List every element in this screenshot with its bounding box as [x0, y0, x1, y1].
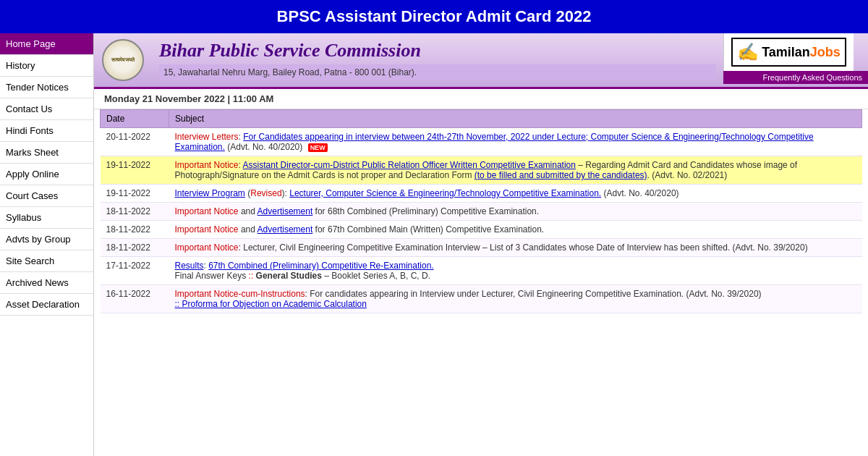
- sidebar-item-asset-declaration[interactable]: Asset Declaration: [0, 294, 93, 316]
- org-name: Bihar Public Service Commission: [159, 40, 716, 62]
- table-row: 19-11-2022Interview Program (Revised): L…: [101, 185, 862, 203]
- logo-area: सत्यमेव जयते: [94, 33, 152, 87]
- sidebar-item-apply-online[interactable]: Apply Online: [0, 164, 93, 185]
- news-subject[interactable]: Important Notice: Lecturer, Civil Engine…: [169, 239, 862, 257]
- news-date: 17-11-2022: [101, 257, 169, 285]
- faq-bar[interactable]: Frequently Asked Questions: [723, 71, 868, 84]
- sidebar-item-history[interactable]: History: [0, 55, 93, 77]
- news-subject[interactable]: Interview Program (Revised): Lecturer, C…: [169, 185, 862, 203]
- table-row: 17-11-2022Results: 67th Combined (Prelim…: [101, 257, 862, 285]
- date-bar: Monday 21 November 2022 | 11:00 AM: [94, 89, 868, 109]
- news-date: 18-11-2022: [101, 221, 169, 239]
- news-date: 16-11-2022: [101, 285, 169, 313]
- sidebar-item-hindi-fonts[interactable]: Hindi Fonts: [0, 120, 93, 142]
- news-subject[interactable]: Interview Letters: For Candidates appear…: [169, 128, 862, 156]
- news-date: 19-11-2022: [101, 156, 169, 185]
- tamilan-icon: ✍: [737, 42, 759, 62]
- sidebar-item-archived-news[interactable]: Archived News: [0, 272, 93, 294]
- news-date: 20-11-2022: [101, 128, 169, 156]
- sidebar-item-home-page[interactable]: Home Page: [0, 33, 93, 55]
- news-date: 19-11-2022: [101, 185, 169, 203]
- news-table-container: Date Subject 20-11-2022Interview Letters…: [94, 109, 868, 456]
- table-row: 19-11-2022Important Notice: Assistant Di…: [101, 156, 862, 185]
- table-row: 16-11-2022Important Notice-cum-Instructi…: [101, 285, 862, 313]
- news-subject[interactable]: Important Notice-cum-Instructions: For c…: [169, 285, 862, 313]
- news-subject[interactable]: Results: 67th Combined (Preliminary) Com…: [169, 257, 862, 285]
- sidebar-item-advts-by-group[interactable]: Advts by Group: [0, 229, 93, 250]
- table-row: 20-11-2022Interview Letters: For Candida…: [101, 128, 862, 156]
- org-address: 15, Jawaharlal Nehru Marg, Bailey Road, …: [159, 64, 716, 80]
- table-row: 18-11-2022Important Notice and Advertise…: [101, 221, 862, 239]
- news-date: 18-11-2022: [101, 203, 169, 221]
- news-subject[interactable]: Important Notice: Assistant Director-cum…: [169, 156, 862, 185]
- col-header-date: Date: [101, 110, 169, 128]
- sidebar-item-syllabus[interactable]: Syllabus: [0, 207, 93, 229]
- tamilan-logo: ✍ TamilanJobs: [723, 33, 854, 71]
- emblem: सत्यमेव जयते: [102, 39, 144, 81]
- bpsc-title-area: Bihar Public Service Commission 15, Jawa…: [152, 33, 723, 87]
- page-title: BPSC Assistant Director Admit Card 2022: [0, 0, 868, 33]
- news-table: Date Subject 20-11-2022Interview Letters…: [100, 109, 862, 313]
- col-header-subject: Subject: [169, 110, 862, 128]
- sidebar-item-site-search[interactable]: Site Search: [0, 250, 93, 272]
- sidebar-item-marks-sheet[interactable]: Marks Sheet: [0, 142, 93, 164]
- sidebar-item-contact-us[interactable]: Contact Us: [0, 98, 93, 120]
- news-date: 18-11-2022: [101, 239, 169, 257]
- news-subject[interactable]: Important Notice and Advertisement for 6…: [169, 221, 862, 239]
- sidebar: Home PageHistoryTender NoticesContact Us…: [0, 33, 94, 456]
- content-area: सत्यमेव जयते Bihar Public Service Commis…: [94, 33, 868, 456]
- sidebar-item-court-cases[interactable]: Court Cases: [0, 185, 93, 207]
- table-row: 18-11-2022Important Notice: Lecturer, Ci…: [101, 239, 862, 257]
- bpsc-header: सत्यमेव जयते Bihar Public Service Commis…: [94, 33, 868, 89]
- sidebar-item-tender-notices[interactable]: Tender Notices: [0, 77, 93, 98]
- table-row: 18-11-2022Important Notice and Advertise…: [101, 203, 862, 221]
- news-subject[interactable]: Important Notice and Advertisement for 6…: [169, 203, 862, 221]
